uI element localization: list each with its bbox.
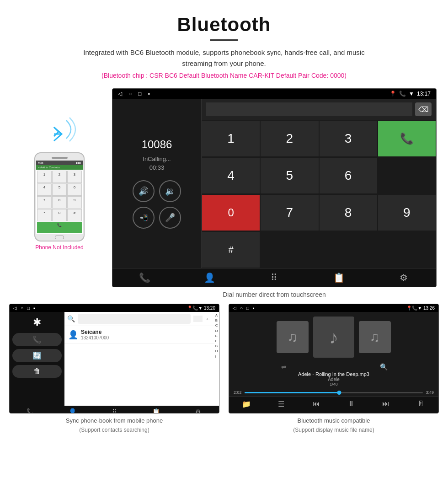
dialer-input-row: ⌫: [202, 99, 436, 120]
music-folder-icon[interactable]: 📁: [229, 397, 264, 411]
phonebook-search-input[interactable]: [78, 314, 191, 324]
numpad-key-6[interactable]: 6: [319, 157, 378, 194]
music-time-total: 3:49: [426, 390, 434, 395]
recent-icon: □: [138, 91, 141, 97]
pb-nav-contacts[interactable]: 👤: [52, 408, 94, 413]
music-status-left: ◁ ○ □ ▪: [233, 306, 255, 311]
volume-up-button[interactable]: 🔊: [133, 180, 155, 202]
dialer-input-field[interactable]: [206, 102, 412, 116]
music-status-right: 📍📞▼ 13:26: [406, 306, 435, 311]
numpad: 1 2 3 📞 4 5 6 0 7 8 9 #: [202, 120, 436, 268]
page-header: Bluetooth Integrated with BC6 Bluetooth …: [0, 0, 448, 84]
mute-button[interactable]: 🎤: [159, 207, 181, 229]
phonebook-status-bar: ◁ ○ □ ▪ 📍📞▼ 13:20: [10, 304, 219, 312]
phonebook-contact-row[interactable]: 👤 Seicane 13241007000: [64, 326, 214, 343]
bluetooth-signal: [41, 111, 78, 148]
phone-key-7: 7: [37, 196, 52, 209]
volume-down-button[interactable]: 🔉: [159, 180, 181, 202]
numpad-call-button[interactable]: 📞: [378, 120, 436, 157]
phone-key-1: 1: [37, 171, 52, 183]
phonebook-contact-info: Seicane 13241007000: [81, 329, 109, 340]
phonebook-main: 🔍 ← 👤 Seicane 13241007000: [64, 312, 219, 406]
nav-settings[interactable]: ⚙: [371, 272, 436, 283]
dialer-controls-2: 📲 🎤: [133, 207, 181, 229]
dialer-number: 10086: [142, 138, 172, 151]
title-divider: [210, 39, 238, 41]
phone-key-2: 2: [52, 171, 67, 183]
pb-nav-settings[interactable]: ⚙: [177, 408, 219, 413]
transfer-button[interactable]: 📲: [133, 207, 155, 229]
album-art-right: ♫: [359, 321, 391, 353]
phonebook-status-left: ◁ ○ □ ▪: [13, 306, 35, 311]
nav-messages[interactable]: 📋: [307, 272, 372, 283]
pb-nav-dialpad[interactable]: ⠿: [93, 408, 135, 413]
pb-call-btn[interactable]: 📞: [12, 333, 62, 346]
progress-bar-track[interactable]: [245, 392, 423, 393]
page-subtitle: Integrated with BC6 Bluetooth module, su…: [75, 47, 373, 69]
music-menu-icon: ▪: [253, 306, 255, 311]
shuffle-icon[interactable]: ⇌: [234, 363, 334, 370]
wifi-icon: ▼: [409, 91, 414, 97]
bluetooth-signal-svg: [41, 111, 78, 148]
pb-sync-btn[interactable]: 🔄: [12, 349, 62, 362]
phonebook-sidebar: ✱ 📞 🔄 🗑: [10, 312, 64, 406]
pb-nav-messages[interactable]: 📋: [135, 408, 177, 413]
music-track-info: 1/48: [234, 382, 434, 386]
pb-circle: [193, 316, 203, 322]
nav-dialpad[interactable]: ⠿: [242, 272, 307, 283]
pb-menu-icon: ▪: [33, 306, 35, 311]
phone-key-5: 5: [52, 183, 67, 196]
music-next-button[interactable]: ⏭: [368, 397, 403, 411]
numpad-key-3[interactable]: 3: [319, 120, 378, 157]
album-art-main: ♪: [313, 317, 354, 358]
music-recent-icon: □: [246, 306, 249, 311]
music-card: ◁ ○ □ ▪ 📍📞▼ 13:26 ♫ ♪ ♫ ⇌ 🔍: [229, 304, 439, 434]
pb-bluetooth-icon: ✱: [12, 315, 62, 330]
phone-key-6: 6: [67, 183, 82, 196]
music-prev-button[interactable]: ⏮: [299, 397, 334, 411]
numpad-key-0[interactable]: 0: [202, 194, 260, 231]
numpad-key-7[interactable]: 7: [260, 194, 319, 231]
phone-contact-bar: + Add to Contacts: [36, 165, 83, 170]
progress-bar-dot: [337, 391, 341, 395]
numpad-key-4[interactable]: 4: [202, 157, 260, 194]
phone-illustration: M35■■■ + Add to Contacts 1 2 3 4 5 6 7 8…: [9, 88, 110, 251]
nav-calls[interactable]: 📞: [112, 272, 177, 283]
music-search-icon[interactable]: 🔍: [334, 363, 434, 370]
status-left: ◁ ○ □ ▪: [118, 91, 150, 97]
dialer-status: InCalling...: [143, 156, 171, 162]
page-title: Bluetooth: [9, 14, 439, 36]
progress-bar-fill: [245, 392, 339, 393]
nav-contacts[interactable]: 👤: [177, 272, 242, 283]
numpad-key-2[interactable]: 2: [260, 120, 319, 157]
main-screen-caption: Dial number direct from touchscreen: [223, 291, 326, 298]
numpad-key-9[interactable]: 9: [378, 194, 436, 231]
numpad-key-1[interactable]: 1: [202, 120, 260, 157]
main-content: M35■■■ + Add to Contacts 1 2 3 4 5 6 7 8…: [0, 84, 448, 304]
pb-delete-btn[interactable]: 🗑: [12, 365, 62, 378]
phone-speaker: [52, 157, 68, 159]
car-screen-container: ◁ ○ □ ▪ 📍 📞 ▼ 13:17 10086 InCalling... 0: [110, 88, 439, 304]
phonebook-contact-name: Seicane: [81, 329, 109, 335]
phonebook-content: 🔍 ← 👤 Seicane 13241007000: [64, 312, 214, 406]
music-play-pause-button[interactable]: ⏸: [334, 397, 368, 411]
music-list-icon[interactable]: ☰: [264, 397, 299, 411]
phonebook-screen: ◁ ○ □ ▪ 📍📞▼ 13:20 ✱ 📞 🔄 🗑: [9, 304, 219, 413]
phone-key-hash: #: [67, 209, 82, 221]
car-dialer-screen: ◁ ○ □ ▪ 📍 📞 ▼ 13:17 10086 InCalling... 0: [112, 88, 437, 287]
phonebook-letters: A B C D E F G H I: [214, 312, 219, 406]
music-eq-icon[interactable]: 🎚: [404, 397, 438, 411]
phonebook-caption: Sync phone-book from mobile phone (Suppo…: [66, 416, 163, 434]
numpad-key-8[interactable]: 8: [319, 194, 378, 231]
phone-key-9: 9: [67, 196, 82, 209]
home-icon: ○: [128, 91, 132, 97]
backspace-button[interactable]: ⌫: [415, 102, 432, 116]
location-icon: 📍: [389, 91, 396, 97]
music-time-current: 2:02: [234, 390, 242, 395]
back-icon: ◁: [118, 91, 122, 97]
numpad-key-hash[interactable]: #: [202, 231, 260, 268]
phone-home-button: [55, 236, 64, 239]
pb-back-arrow[interactable]: ←: [205, 315, 212, 322]
pb-nav-calls[interactable]: 📞: [10, 408, 52, 413]
numpad-key-5[interactable]: 5: [260, 157, 319, 194]
